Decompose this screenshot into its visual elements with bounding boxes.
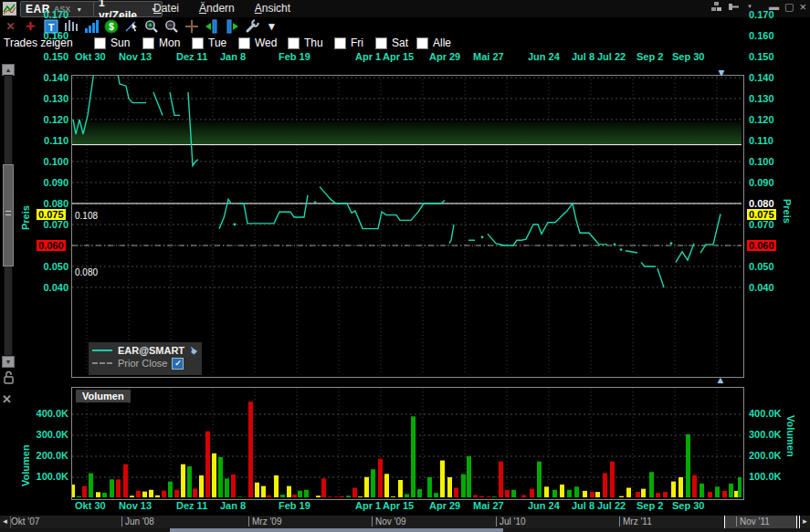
- price-tick-right: 0.050: [749, 261, 784, 272]
- day-filter-sat: Sat: [375, 37, 408, 49]
- chart-legend: EAR@SMART ☚ Prior Close ✓: [89, 342, 202, 375]
- svg-text:$: $: [109, 22, 114, 32]
- menu-ändern[interactable]: Ändern: [199, 2, 235, 15]
- day-checkbox-wed[interactable]: [238, 37, 250, 49]
- date-label: Feb 19: [279, 51, 310, 62]
- date-label: Jul 22: [597, 51, 626, 62]
- hand-pointer-icon[interactable]: ☚: [185, 343, 200, 358]
- price-chip-right: 0.060: [747, 240, 776, 251]
- day-checkbox-sun[interactable]: [94, 37, 106, 49]
- price-tick-left: 0.070: [34, 219, 68, 230]
- day-label: Fri: [351, 37, 363, 49]
- day-label: Sat: [392, 37, 408, 49]
- date-label: Jun 24: [528, 500, 560, 511]
- price-chip-right: 0.075: [747, 209, 776, 220]
- day-checkbox-sat[interactable]: [375, 37, 387, 49]
- unlock-icon[interactable]: [2, 370, 16, 385]
- day-checkbox-mon[interactable]: [142, 37, 154, 49]
- price-tick-left: 0.090: [34, 177, 68, 188]
- date-label: Jul 22: [597, 500, 626, 511]
- timeline-label: Nov '11: [736, 516, 770, 527]
- trendline-icon[interactable]: [123, 19, 139, 34]
- zoom-out-icon[interactable]: [163, 19, 179, 34]
- timeline-scrollbar[interactable]: Okt '07Jun '08Mrz '09Nov '09Jul '10Mrz '…: [0, 515, 810, 528]
- timeframe-selector[interactable]: 1 yr/Zeile ▼: [93, 1, 163, 17]
- price-tick-left: 0.120: [34, 114, 68, 125]
- price-tick-left: 0.170: [34, 9, 68, 20]
- price-tick-right: 0.140: [749, 72, 784, 83]
- settings-wrench-icon[interactable]: [244, 19, 259, 34]
- volume-tick-left: 100.0K: [26, 471, 68, 482]
- series-line-swatch: [92, 349, 112, 351]
- trades-filter-row: Trades zeigen SunMonTueWedThuFriSatAlle: [0, 36, 810, 50]
- date-label: Apr 1: [355, 500, 381, 511]
- legend-prior-close-row: Prior Close ✓: [92, 357, 198, 370]
- date-label: Apr 29: [429, 51, 460, 62]
- dollar-icon[interactable]: $: [103, 19, 119, 34]
- scroll-down-button[interactable]: ▼: [2, 356, 15, 368]
- close-button[interactable]: ×: [799, 2, 806, 12]
- date-label: Okt 30: [75, 500, 106, 511]
- volume-tick-right: 300.0K: [749, 429, 792, 440]
- day-filter-tue: Tue: [192, 37, 226, 49]
- price-tick-left: 0.140: [34, 72, 68, 83]
- pan-right-icon[interactable]: [224, 19, 239, 34]
- close-panel-icon[interactable]: ✕: [2, 392, 12, 406]
- crosshair-icon[interactable]: [184, 19, 199, 34]
- app-icon[interactable]: [3, 2, 16, 16]
- volume-chart-panel[interactable]: Volumen: [71, 387, 744, 500]
- menu-datei[interactable]: Datei: [153, 2, 179, 15]
- chevron-down-icon: ▼: [76, 6, 82, 13]
- price-tick-right: 0.150: [749, 51, 784, 62]
- menu-bar: DateiÄndernAnsicht: [153, 2, 310, 15]
- titlebar: EAR ASX ▼ 1 yr/Zeile ▼ DateiÄndernAnsich…: [0, 0, 810, 18]
- pin-icon[interactable]: [728, 2, 742, 12]
- pan-left-icon[interactable]: [204, 19, 219, 34]
- panel-resize-marker-bottom-icon[interactable]: ▲: [716, 375, 725, 385]
- date-label: Mai 27: [473, 51, 504, 62]
- volume-panel-title: Volumen: [76, 390, 131, 402]
- prior-close-checkbox[interactable]: ✓: [172, 358, 184, 370]
- more-tools-icon[interactable]: ▼: [264, 19, 279, 34]
- date-label: Nov 13: [119, 51, 152, 62]
- day-checkbox-tue[interactable]: [192, 37, 204, 49]
- date-label: Okt 30: [75, 51, 106, 62]
- price-tick-left: 0.050: [34, 261, 68, 272]
- day-checkbox-alle[interactable]: [416, 37, 428, 49]
- date-label: Sep 30: [672, 51, 704, 62]
- date-label: Jul 8: [572, 51, 594, 62]
- maximize-button[interactable]: ▢: [784, 2, 794, 12]
- volume-tick-right: 100.0K: [749, 471, 792, 482]
- date-label: Dez 11: [176, 51, 207, 62]
- price-chip-left: 0.060: [37, 240, 66, 251]
- price-tick-left: 0.100: [34, 156, 68, 167]
- day-checkbox-fri[interactable]: [334, 37, 346, 49]
- vertical-scrollbar-thumb[interactable]: [3, 164, 14, 266]
- date-label: Apr 15: [383, 500, 414, 511]
- price-tick-right: 0.120: [749, 114, 784, 125]
- date-label: Apr 15: [383, 51, 414, 62]
- volume-histogram-icon[interactable]: [83, 19, 99, 34]
- timeline-label: Jun '08: [121, 516, 154, 527]
- menu-ansicht[interactable]: Ansicht: [255, 2, 290, 15]
- delete-drawing-icon[interactable]: ✕: [3, 19, 18, 34]
- panel-resize-marker-top-icon[interactable]: ▼: [717, 68, 726, 78]
- volume-tick-left: 300.0K: [26, 429, 68, 440]
- date-label: Jul 8: [572, 500, 594, 511]
- volume-tick-right: 200.0K: [749, 450, 792, 461]
- price-tick-left: 0.150: [34, 51, 68, 62]
- layout-cube-icon[interactable]: [710, 2, 722, 12]
- price-tick-right: 0.100: [749, 156, 784, 167]
- date-label: Nov 13: [119, 500, 152, 511]
- timeline-left-arrow[interactable]: ◄: [0, 516, 11, 528]
- day-label: Wed: [255, 37, 277, 49]
- price-tick-left: 0.040: [34, 282, 68, 293]
- status-strip-segment: [170, 528, 503, 532]
- price-chart-canvas: [72, 76, 742, 375]
- price-chart-panel[interactable]: 0.108 0.080 EAR@SMART ☚ Prior Close ✓ ▼: [71, 75, 744, 378]
- date-label: Jan 8: [220, 500, 246, 511]
- zoom-in-icon[interactable]: [143, 19, 159, 34]
- day-checkbox-thu[interactable]: [288, 37, 300, 49]
- timeline-right-arrow[interactable]: ►: [799, 516, 810, 528]
- day-filter-alle: Alle: [416, 37, 451, 49]
